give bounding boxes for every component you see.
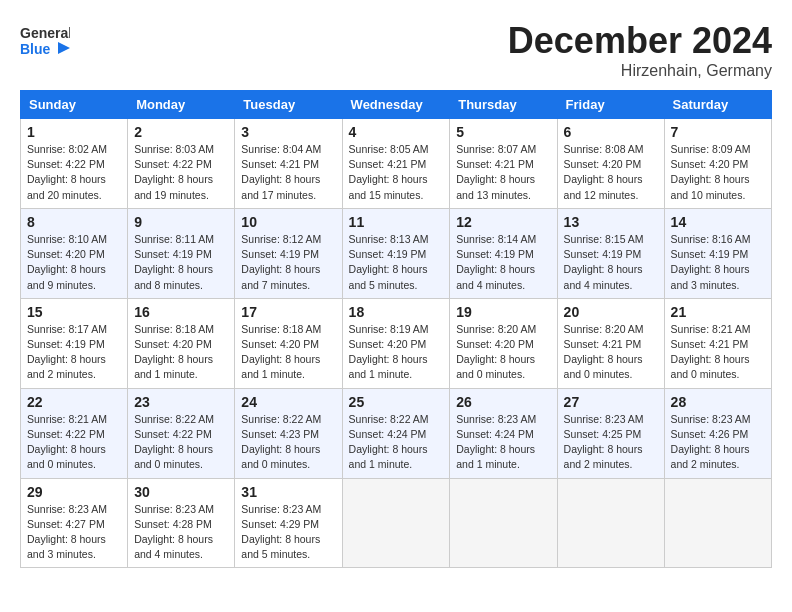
day-info: Sunrise: 8:23 AM Sunset: 4:24 PM Dayligh… [456,412,550,473]
day-info: Sunrise: 8:23 AM Sunset: 4:29 PM Dayligh… [241,502,335,563]
month-title: December 2024 [508,20,772,62]
day-number: 21 [671,304,765,320]
day-number: 30 [134,484,228,500]
day-info: Sunrise: 8:23 AM Sunset: 4:27 PM Dayligh… [27,502,121,563]
day-number: 27 [564,394,658,410]
day-info: Sunrise: 8:09 AM Sunset: 4:20 PM Dayligh… [671,142,765,203]
calendar-cell: 27Sunrise: 8:23 AM Sunset: 4:25 PM Dayli… [557,388,664,478]
day-number: 8 [27,214,121,230]
calendar-cell: 5Sunrise: 8:07 AM Sunset: 4:21 PM Daylig… [450,119,557,209]
calendar-week-row: 1Sunrise: 8:02 AM Sunset: 4:22 PM Daylig… [21,119,772,209]
weekday-header-tuesday: Tuesday [235,91,342,119]
day-number: 6 [564,124,658,140]
weekday-header-wednesday: Wednesday [342,91,450,119]
logo: General Blue [20,20,70,64]
day-number: 3 [241,124,335,140]
svg-text:Blue: Blue [20,41,51,57]
day-info: Sunrise: 8:22 AM Sunset: 4:23 PM Dayligh… [241,412,335,473]
day-info: Sunrise: 8:18 AM Sunset: 4:20 PM Dayligh… [134,322,228,383]
calendar-cell: 11Sunrise: 8:13 AM Sunset: 4:19 PM Dayli… [342,208,450,298]
calendar-cell: 3Sunrise: 8:04 AM Sunset: 4:21 PM Daylig… [235,119,342,209]
calendar-cell: 20Sunrise: 8:20 AM Sunset: 4:21 PM Dayli… [557,298,664,388]
calendar-cell [557,478,664,568]
day-number: 4 [349,124,444,140]
day-info: Sunrise: 8:23 AM Sunset: 4:25 PM Dayligh… [564,412,658,473]
location-label: Hirzenhain, Germany [508,62,772,80]
weekday-header-saturday: Saturday [664,91,771,119]
svg-text:General: General [20,25,70,41]
calendar-cell: 30Sunrise: 8:23 AM Sunset: 4:28 PM Dayli… [128,478,235,568]
svg-marker-2 [58,42,70,54]
calendar-cell: 12Sunrise: 8:14 AM Sunset: 4:19 PM Dayli… [450,208,557,298]
calendar-cell: 29Sunrise: 8:23 AM Sunset: 4:27 PM Dayli… [21,478,128,568]
day-info: Sunrise: 8:17 AM Sunset: 4:19 PM Dayligh… [27,322,121,383]
day-number: 7 [671,124,765,140]
day-number: 15 [27,304,121,320]
day-number: 24 [241,394,335,410]
weekday-header-sunday: Sunday [21,91,128,119]
day-number: 18 [349,304,444,320]
day-info: Sunrise: 8:15 AM Sunset: 4:19 PM Dayligh… [564,232,658,293]
calendar-cell: 24Sunrise: 8:22 AM Sunset: 4:23 PM Dayli… [235,388,342,478]
day-info: Sunrise: 8:20 AM Sunset: 4:21 PM Dayligh… [564,322,658,383]
calendar-cell: 7Sunrise: 8:09 AM Sunset: 4:20 PM Daylig… [664,119,771,209]
calendar-cell: 25Sunrise: 8:22 AM Sunset: 4:24 PM Dayli… [342,388,450,478]
day-number: 19 [456,304,550,320]
calendar-cell: 28Sunrise: 8:23 AM Sunset: 4:26 PM Dayli… [664,388,771,478]
day-info: Sunrise: 8:16 AM Sunset: 4:19 PM Dayligh… [671,232,765,293]
page-header: General Blue December 2024 Hirzenhain, G… [20,20,772,80]
day-info: Sunrise: 8:23 AM Sunset: 4:28 PM Dayligh… [134,502,228,563]
calendar-cell: 26Sunrise: 8:23 AM Sunset: 4:24 PM Dayli… [450,388,557,478]
day-info: Sunrise: 8:13 AM Sunset: 4:19 PM Dayligh… [349,232,444,293]
logo-icon: General Blue [20,20,70,60]
day-info: Sunrise: 8:12 AM Sunset: 4:19 PM Dayligh… [241,232,335,293]
day-number: 25 [349,394,444,410]
day-number: 28 [671,394,765,410]
day-info: Sunrise: 8:04 AM Sunset: 4:21 PM Dayligh… [241,142,335,203]
day-number: 11 [349,214,444,230]
day-number: 9 [134,214,228,230]
calendar-week-row: 15Sunrise: 8:17 AM Sunset: 4:19 PM Dayli… [21,298,772,388]
day-number: 16 [134,304,228,320]
day-number: 5 [456,124,550,140]
calendar-cell: 6Sunrise: 8:08 AM Sunset: 4:20 PM Daylig… [557,119,664,209]
calendar-week-row: 29Sunrise: 8:23 AM Sunset: 4:27 PM Dayli… [21,478,772,568]
day-info: Sunrise: 8:10 AM Sunset: 4:20 PM Dayligh… [27,232,121,293]
day-number: 22 [27,394,121,410]
calendar-week-row: 22Sunrise: 8:21 AM Sunset: 4:22 PM Dayli… [21,388,772,478]
day-number: 17 [241,304,335,320]
calendar-cell: 19Sunrise: 8:20 AM Sunset: 4:20 PM Dayli… [450,298,557,388]
day-info: Sunrise: 8:21 AM Sunset: 4:22 PM Dayligh… [27,412,121,473]
title-block: December 2024 Hirzenhain, Germany [508,20,772,80]
calendar-cell: 15Sunrise: 8:17 AM Sunset: 4:19 PM Dayli… [21,298,128,388]
calendar-cell: 13Sunrise: 8:15 AM Sunset: 4:19 PM Dayli… [557,208,664,298]
calendar-cell [664,478,771,568]
calendar-cell: 1Sunrise: 8:02 AM Sunset: 4:22 PM Daylig… [21,119,128,209]
day-info: Sunrise: 8:07 AM Sunset: 4:21 PM Dayligh… [456,142,550,203]
day-info: Sunrise: 8:05 AM Sunset: 4:21 PM Dayligh… [349,142,444,203]
calendar-cell: 14Sunrise: 8:16 AM Sunset: 4:19 PM Dayli… [664,208,771,298]
calendar-table: SundayMondayTuesdayWednesdayThursdayFrid… [20,90,772,568]
day-info: Sunrise: 8:08 AM Sunset: 4:20 PM Dayligh… [564,142,658,203]
calendar-cell [342,478,450,568]
day-info: Sunrise: 8:18 AM Sunset: 4:20 PM Dayligh… [241,322,335,383]
calendar-cell: 9Sunrise: 8:11 AM Sunset: 4:19 PM Daylig… [128,208,235,298]
day-info: Sunrise: 8:19 AM Sunset: 4:20 PM Dayligh… [349,322,444,383]
calendar-cell: 23Sunrise: 8:22 AM Sunset: 4:22 PM Dayli… [128,388,235,478]
calendar-cell [450,478,557,568]
day-number: 20 [564,304,658,320]
day-number: 29 [27,484,121,500]
calendar-cell: 17Sunrise: 8:18 AM Sunset: 4:20 PM Dayli… [235,298,342,388]
calendar-cell: 22Sunrise: 8:21 AM Sunset: 4:22 PM Dayli… [21,388,128,478]
day-info: Sunrise: 8:22 AM Sunset: 4:22 PM Dayligh… [134,412,228,473]
day-info: Sunrise: 8:23 AM Sunset: 4:26 PM Dayligh… [671,412,765,473]
day-number: 26 [456,394,550,410]
day-number: 23 [134,394,228,410]
day-number: 10 [241,214,335,230]
day-info: Sunrise: 8:22 AM Sunset: 4:24 PM Dayligh… [349,412,444,473]
calendar-week-row: 8Sunrise: 8:10 AM Sunset: 4:20 PM Daylig… [21,208,772,298]
calendar-cell: 31Sunrise: 8:23 AM Sunset: 4:29 PM Dayli… [235,478,342,568]
day-info: Sunrise: 8:11 AM Sunset: 4:19 PM Dayligh… [134,232,228,293]
calendar-cell: 8Sunrise: 8:10 AM Sunset: 4:20 PM Daylig… [21,208,128,298]
day-info: Sunrise: 8:21 AM Sunset: 4:21 PM Dayligh… [671,322,765,383]
